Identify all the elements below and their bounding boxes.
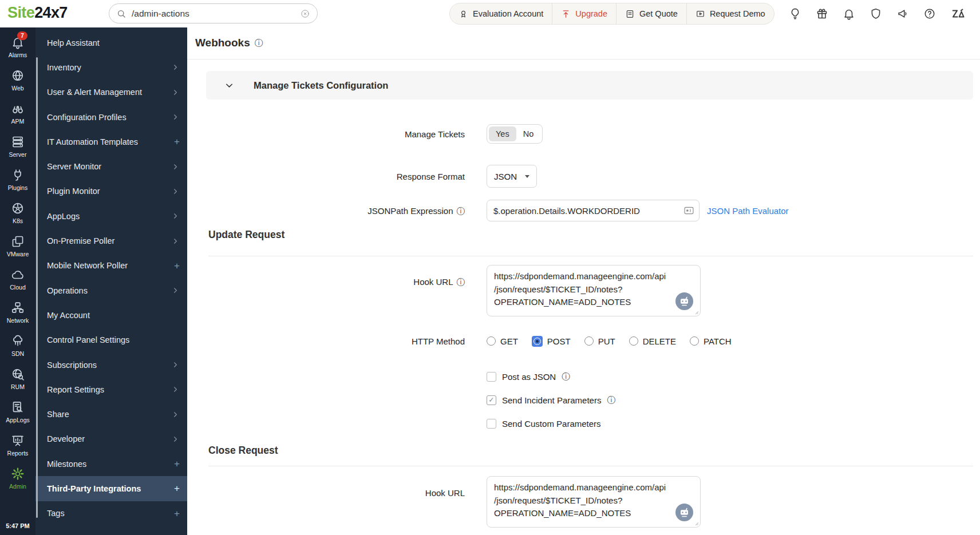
chevron-right-icon: [171, 237, 180, 245]
resize-handle-icon[interactable]: [692, 308, 699, 315]
checkbox-checked-icon[interactable]: [487, 395, 496, 405]
rail-item-sdn[interactable]: SDN: [0, 329, 35, 362]
manage-tickets-option-no[interactable]: No: [516, 126, 541, 141]
jsonpath-input[interactable]: $.operation.Details.WORKDORDERID: [487, 200, 700, 221]
info-icon[interactable]: [255, 39, 263, 47]
rail-item-admin[interactable]: Admin: [0, 462, 35, 495]
http-method-radio-post[interactable]: POST: [532, 336, 571, 347]
sidebar-scrollbar[interactable]: [36, 57, 38, 518]
robot-insert-icon[interactable]: [675, 504, 693, 521]
chevron-down-icon[interactable]: [224, 80, 235, 91]
sidebar-item-plugin-monitor[interactable]: Plugin Monitor: [35, 179, 187, 204]
shield-icon[interactable]: [870, 7, 882, 20]
site24x7-logo[interactable]: Site24x7: [7, 4, 68, 22]
checkbox-row-send-custom-parameters[interactable]: Send Custom Parameters: [487, 418, 615, 429]
account-menu-item-label: Upgrade: [575, 9, 607, 18]
sidebar-item-developer[interactable]: Developer: [35, 427, 187, 451]
sidebar-item-label: Report Settings: [47, 385, 171, 394]
sidebar-item-label: On-Premise Poller: [47, 236, 171, 245]
http-method-radio-patch[interactable]: PATCH: [690, 336, 732, 346]
account-menu-item-evaluation-account[interactable]: Evaluation Account: [450, 3, 552, 24]
sidebar-item-share[interactable]: Share: [35, 402, 187, 426]
info-icon[interactable]: [562, 372, 570, 381]
response-format-select[interactable]: JSON: [487, 165, 537, 188]
checkbox-icon[interactable]: [487, 419, 496, 429]
sidebar-item-my-account[interactable]: My Account: [35, 303, 187, 327]
sidebar-item-inventory[interactable]: Inventory: [35, 55, 187, 80]
sidebar-item-label: User & Alert Management: [47, 88, 171, 97]
bell-icon[interactable]: [843, 7, 855, 20]
sidebar-item-report-settings[interactable]: Report Settings: [35, 377, 187, 402]
rail-item-k8s[interactable]: K8s: [0, 196, 35, 229]
sidebar-item-user-alert-management[interactable]: User & Alert Management: [35, 80, 187, 105]
sidebar-item-control-panel-settings[interactable]: Control Panel Settings: [35, 328, 187, 352]
rail-item-network[interactable]: Network: [0, 296, 35, 329]
quote-icon: [625, 9, 635, 19]
account-menu-item-request-demo[interactable]: Request Demo: [686, 3, 774, 24]
rail-item-applogs[interactable]: AppLogs: [0, 395, 35, 429]
rail-item-server[interactable]: Server: [0, 130, 35, 163]
rail-item-label: Server: [9, 151, 27, 158]
sidebar-item-it-automation-templates[interactable]: IT Automation Templates+: [35, 129, 187, 154]
manage-tickets-toggle[interactable]: YesNo: [487, 124, 543, 144]
sidebar-item-mobile-network-poller[interactable]: Mobile Network Poller+: [35, 253, 187, 278]
rail-item-reports[interactable]: Reports: [0, 429, 35, 462]
help-icon[interactable]: [923, 7, 936, 20]
sidebar-item-tags[interactable]: Tags+: [35, 501, 187, 526]
http-method-radio-delete[interactable]: DELETE: [629, 336, 676, 346]
sidebar-item-operations[interactable]: Operations: [35, 278, 187, 303]
account-menu-item-get-quote[interactable]: Get Quote: [616, 3, 686, 24]
sidebar-item-subscriptions[interactable]: Subscriptions: [35, 352, 187, 377]
chevron-right-icon: [171, 163, 180, 171]
insert-variable-icon[interactable]: [683, 205, 695, 217]
radio-label: DELETE: [643, 336, 676, 346]
clear-search-icon[interactable]: [300, 9, 310, 19]
rail-item-plugins[interactable]: Plugins: [0, 163, 35, 196]
manage-tickets-configuration-panel[interactable]: Manage Tickets Configuration: [206, 71, 973, 100]
checkbox-row-send-incident-parameters[interactable]: Send Incident Parameters: [487, 394, 615, 406]
info-icon[interactable]: [457, 278, 465, 287]
server-icon: [11, 135, 25, 149]
sidebar-item-applogs[interactable]: AppLogs: [35, 204, 187, 228]
resize-handle-icon[interactable]: [692, 519, 699, 526]
rail-item-cloud[interactable]: Cloud: [0, 263, 35, 296]
kubernetes-icon: [11, 201, 25, 215]
update-hook-url-textarea[interactable]: https://sdpondemand.manageengine.com/api…: [487, 265, 701, 316]
global-search-input[interactable]: /admin-actions: [109, 3, 318, 23]
rail-item-alarms[interactable]: 7Alarms: [0, 30, 35, 64]
megaphone-icon[interactable]: [896, 7, 909, 20]
sidebar-item-on-premise-poller[interactable]: On-Premise Poller: [35, 228, 187, 253]
rail-item-apm[interactable]: APM: [0, 97, 35, 130]
info-icon[interactable]: [457, 207, 465, 216]
zoho-icon[interactable]: [950, 6, 966, 22]
json-path-evaluator-link[interactable]: JSON Path Evaluator: [707, 206, 789, 216]
manage-tickets-option-yes[interactable]: Yes: [489, 126, 516, 141]
checkbox-row-post-as-json[interactable]: Post as JSON: [487, 371, 615, 382]
bulb-icon[interactable]: [789, 7, 801, 20]
sidebar-item-help-assistant[interactable]: Help Assistant: [35, 30, 187, 55]
sidebar-item-configuration-profiles[interactable]: Configuration Profiles: [35, 105, 187, 129]
rail-item-rum[interactable]: RUM: [0, 362, 35, 395]
chevron-right-icon: [171, 88, 180, 97]
sidebar-item-label: Tags: [47, 509, 174, 518]
sidebar-item-milestones[interactable]: Milestones+: [35, 451, 187, 476]
radio-label: GET: [500, 336, 518, 346]
sidebar-item-label: Share: [47, 410, 171, 419]
update-request-heading: Update Request: [208, 229, 284, 241]
http-method-radio-put[interactable]: PUT: [584, 336, 615, 346]
gift-icon[interactable]: [816, 7, 828, 20]
robot-insert-icon[interactable]: [675, 292, 693, 310]
sidebar-item-server-monitor[interactable]: Server Monitor: [35, 154, 187, 179]
sidebar-item-downloads[interactable]: Downloads: [35, 526, 187, 535]
account-menu-item-upgrade[interactable]: Upgrade: [552, 3, 616, 24]
info-icon[interactable]: [607, 396, 615, 405]
rail-item-vmware[interactable]: VMware: [0, 229, 35, 263]
rail-item-web[interactable]: Web: [0, 64, 35, 97]
response-format-label: Response Format: [187, 172, 465, 181]
http-method-radio-get[interactable]: GET: [487, 336, 518, 346]
sidebar-item-third-party-integrations[interactable]: Third-Party Integrations+: [35, 476, 187, 501]
checkbox-icon[interactable]: [487, 372, 496, 382]
close-hook-url-textarea[interactable]: https://sdpondemand.manageengine.com/api…: [487, 476, 701, 528]
sidebar-item-label: Help Assistant: [47, 38, 180, 47]
account-menu: Evaluation AccountUpgradeGet QuoteReques…: [449, 3, 774, 25]
